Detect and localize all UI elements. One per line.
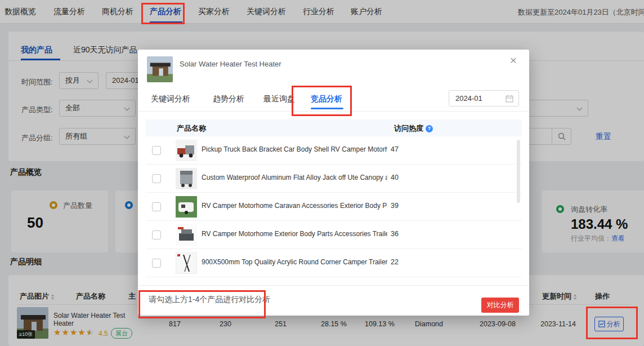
table-row: Pickup Truck Back Bracket Car Body Shell… — [146, 136, 522, 165]
product-thumbnail — [176, 224, 197, 246]
row-checkbox[interactable] — [152, 230, 161, 239]
modal-table-header: 产品名称 访问热度? — [146, 119, 522, 136]
row-checkbox[interactable] — [152, 174, 161, 183]
calendar-icon — [506, 95, 513, 103]
col-label: 访问热度 — [394, 124, 423, 132]
sign-board-image — [176, 252, 197, 274]
info-icon[interactable]: ? — [426, 125, 433, 132]
modal-product-title: Solar Water Heater Test Heater — [180, 60, 281, 68]
product-name[interactable]: RV Camper Motorhome Caravan Accessories … — [202, 202, 387, 210]
product-name[interactable]: RV Camper Motorhome Exterior Body Parts … — [202, 230, 387, 238]
product-thumbnail — [147, 56, 173, 82]
product-name[interactable]: Custom Waterproof Aluminum Flat Alloy Ja… — [202, 174, 387, 181]
compare-analysis-button[interactable]: 对比分析 — [481, 298, 519, 313]
row-checkbox[interactable] — [152, 146, 161, 155]
visit-heat-value: 40 — [391, 174, 399, 181]
modal-tab-inquiry[interactable]: 最近询盘 — [263, 94, 295, 104]
modal-tab-competitor[interactable]: 竞品分析 — [311, 94, 342, 104]
modal-footer-divider — [138, 285, 529, 286]
table-row: Custom Waterproof Aluminum Flat Alloy Ja… — [146, 165, 522, 193]
product-thumbnail — [176, 168, 197, 189]
scrollbar-thumb[interactable] — [517, 140, 520, 203]
close-icon[interactable]: × — [510, 54, 517, 66]
competitor-analysis-modal: Solar Water Heater Test Heater × 关键词分析 趋… — [138, 50, 529, 316]
product-thumbnail — [176, 140, 197, 161]
row-checkbox[interactable] — [152, 202, 161, 211]
visit-heat-value: 47 — [391, 145, 399, 153]
table-row: RV Camper Motorhome Caravan Accessories … — [146, 193, 522, 221]
visit-heat-value: 22 — [391, 258, 399, 266]
pickup-truck-image — [176, 140, 197, 161]
visit-heat-value: 39 — [391, 202, 399, 210]
table-row: RV Camper Motorhome Exterior Body Parts … — [146, 221, 522, 249]
month-picker-value: 2024-01 — [455, 94, 482, 103]
canopy-image — [176, 168, 197, 189]
modal-tab-trend[interactable]: 趋势分析 — [213, 94, 244, 104]
table-row: 900X500mm Top Quality Acrylic Round Corn… — [146, 249, 522, 277]
product-thumbnail — [176, 196, 197, 218]
compare-hint-text: 请勾选上方1-4个产品进行对比分析 — [149, 295, 270, 305]
screen: 数据概览 流量分析 商机分析 产品分析 买家分析 关键词分析 行业分析 账户分析… — [0, 0, 644, 346]
product-thumbnail — [176, 252, 197, 274]
col-visit-heat: 访问热度? — [394, 123, 433, 134]
col-product-name: 产品名称 — [177, 123, 206, 134]
product-name[interactable]: Pickup Truck Back Bracket Car Body Shell… — [202, 145, 387, 153]
modal-tab-keyword[interactable]: 关键词分析 — [151, 94, 190, 104]
trailer-image — [176, 224, 197, 246]
modal-tabs-divider — [138, 111, 529, 112]
month-picker[interactable]: 2024-01 — [449, 90, 519, 107]
visit-heat-value: 36 — [391, 230, 399, 238]
modal-tab-underline — [311, 108, 343, 109]
house-image — [147, 56, 173, 82]
caravan-image — [176, 196, 197, 218]
row-checkbox[interactable] — [152, 259, 161, 268]
product-name[interactable]: 900X500mm Top Quality Acrylic Round Corn… — [202, 258, 387, 266]
